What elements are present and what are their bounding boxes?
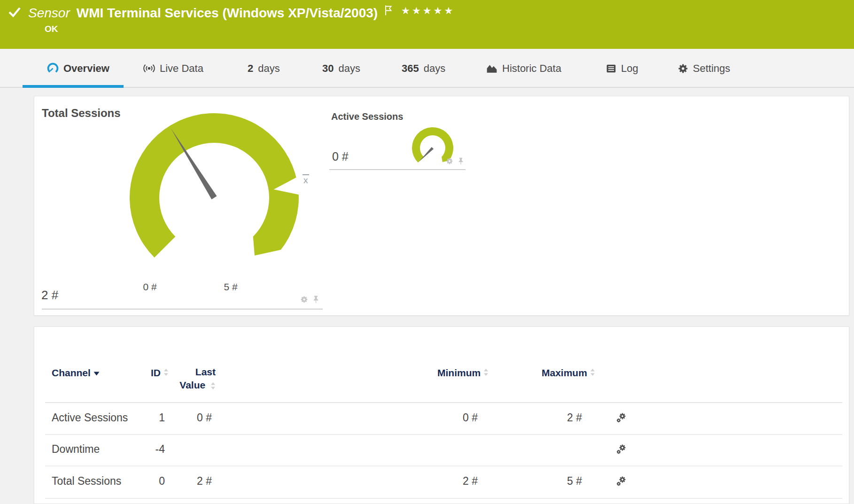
gauge-average-marker: x [303,174,309,185]
gauge-pin-icon[interactable] [457,157,465,165]
column-header-id[interactable]: ID [151,367,169,379]
channel-settings-gears-icon[interactable] [616,412,627,424]
channel-last-value: 0 # [165,411,212,424]
channel-id: -4 [118,443,165,456]
channel-maximum: 5 # [535,475,582,488]
tab-log-label: Log [621,62,638,75]
channel-name: Total Sessions [52,475,121,488]
active-tab-underline [23,85,124,88]
sort-icon [210,382,216,390]
gauge-pin-icon[interactable] [312,295,320,303]
tab-30-days[interactable]: 30 days [322,49,360,88]
gauges-panel: Total Sessions x 0 # 5 # 2 # Active Sess… [34,96,849,316]
tab-settings[interactable]: Settings [678,49,730,88]
column-header-maximum[interactable]: Maximum [542,367,595,379]
channel-settings-gears-icon[interactable] [616,444,627,455]
tab-bar: Overview Live Data 2 days 30 days 365 da… [0,49,854,88]
tab-2-days-unit: days [258,62,279,75]
column-header-maximum-label: Maximum [542,367,587,379]
page-title: WMI Terminal Services (Windows XP/Vista/… [77,4,378,22]
tab-365-days-number: 365 [402,62,419,75]
historic-chart-icon [486,63,497,74]
gauge-settings-gear-icon[interactable] [446,157,453,165]
active-sessions-gauge-title: Active Sessions [331,111,403,122]
column-header-channel[interactable]: Channel [52,367,100,379]
tab-historic-data[interactable]: Historic Data [486,49,561,88]
channel-maximum: 2 # [535,411,582,424]
row-divider [45,498,842,499]
channel-minimum: 2 # [431,475,478,488]
gauge-icon [47,62,59,74]
total-sessions-current-value: 2 # [41,288,58,302]
sort-icon [483,368,489,376]
column-header-last-label: Last [175,365,216,379]
channel-id: 1 [118,411,165,424]
column-header-minimum-label: Minimum [437,367,481,379]
settings-gear-icon [678,63,688,74]
channel-settings-gears-icon[interactable] [616,476,627,487]
channel-name: Active Sessions [52,411,128,424]
sort-desc-icon [93,372,100,376]
sort-icon [163,368,169,376]
column-header-channel-label: Channel [52,367,91,379]
tab-overview-label: Overview [63,62,109,75]
tab-historic-data-label: Historic Data [502,62,561,75]
flag-icon[interactable] [384,5,395,16]
tab-overview[interactable]: Overview [47,49,109,88]
log-list-icon [606,63,616,74]
gauge-divider [42,309,323,310]
tab-2-days[interactable]: 2 days [248,49,280,88]
sort-icon [590,368,595,376]
priority-stars[interactable]: ★★★★★ [401,5,455,16]
row-divider [45,434,842,435]
tab-30-days-unit: days [338,62,360,75]
sensor-status-banner: Sensor WMI Terminal Services (Windows XP… [0,0,854,49]
column-header-value-label: Value [179,380,205,390]
total-sessions-gauge [118,106,329,273]
row-divider [45,465,842,466]
total-sessions-gauge-title: Total Sessions [42,107,121,120]
gauge-settings-gear-icon[interactable] [300,295,308,303]
tab-365-days-unit: days [424,62,445,75]
tab-live-data[interactable]: Live Data [143,49,203,88]
channel-last-value: 2 # [165,475,212,488]
gauge-divider [329,169,466,170]
gauge-min-label: 0 # [136,281,164,293]
live-data-icon [143,62,155,74]
column-header-minimum[interactable]: Minimum [437,367,489,379]
channel-id: 0 [118,475,165,488]
tab-live-data-label: Live Data [160,62,203,75]
tab-log[interactable]: Log [606,49,638,88]
status-ok-check-icon [7,5,22,19]
channel-name: Downtime [52,443,100,456]
column-header-id-label: ID [151,367,161,379]
column-header-last-value[interactable]: Last Value [175,365,216,392]
channel-minimum: 0 # [431,411,478,424]
gauge-max-label: 5 # [217,281,245,293]
active-sessions-current-value: 0 # [332,150,349,163]
tab-30-days-number: 30 [322,62,334,75]
table-header-divider [45,402,842,403]
tab-2-days-number: 2 [248,62,253,75]
channels-table-panel: Channel ID Last Value Minimum Maximum [34,326,849,504]
sensor-kind-label: Sensor [28,4,70,22]
tab-settings-label: Settings [693,62,730,75]
tab-365-days[interactable]: 365 days [402,49,445,88]
status-badge: OK [45,24,58,34]
